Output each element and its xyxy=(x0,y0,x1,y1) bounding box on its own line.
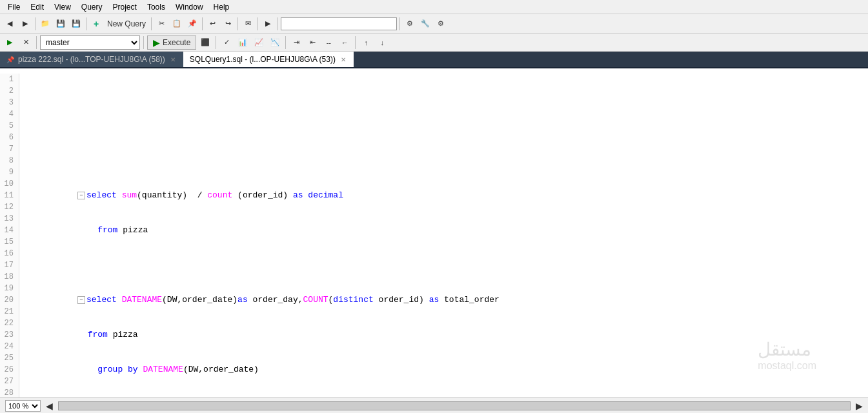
undo-btn[interactable]: ↩ xyxy=(205,17,219,31)
disconnect-btn[interactable]: ✕ xyxy=(19,35,33,50)
sep7 xyxy=(278,17,278,30)
forward-btn[interactable]: ▶ xyxy=(18,17,32,31)
menu-file[interactable]: File xyxy=(3,1,25,13)
uncomment-btn[interactable]: ← xyxy=(338,35,352,50)
tab-pizza-label: pizza 222.sql - (lo...TOP-UEHJU8G\A (58)… xyxy=(18,55,165,64)
line-5 xyxy=(25,248,868,259)
collapse-3[interactable]: − xyxy=(77,192,85,199)
status-bar: 100 % 100 % ◀ ▶ xyxy=(0,398,868,413)
scrollbar-left[interactable]: ◀ xyxy=(46,401,53,411)
sep11 xyxy=(216,36,216,49)
line-8: group by DATENAME(DW,order_date) xyxy=(25,352,868,364)
save-btn[interactable]: 💾 xyxy=(54,17,68,31)
properties-btn[interactable]: ⚙ xyxy=(403,17,417,31)
menu-tools[interactable]: Tools xyxy=(142,1,170,13)
back-btn[interactable]: ◀ xyxy=(3,17,17,31)
copy-btn[interactable]: 📋 xyxy=(170,17,184,31)
actual-plan-btn[interactable]: 📈 xyxy=(252,35,266,50)
execute-play-icon: ▶ xyxy=(153,37,160,48)
line-2 xyxy=(25,143,868,155)
paste-btn[interactable]: 📌 xyxy=(185,17,199,31)
run-btn[interactable]: ▶ xyxy=(261,17,275,31)
new-query-icon-btn[interactable]: + xyxy=(89,17,103,31)
menu-view[interactable]: View xyxy=(49,1,76,13)
sep4 xyxy=(202,17,203,30)
menu-query[interactable]: Query xyxy=(76,1,108,13)
menu-edit[interactable]: Edit xyxy=(25,1,49,13)
line-3: −select sum(quantity) / count (order_id)… xyxy=(25,178,868,190)
sep12 xyxy=(285,36,286,49)
sep8 xyxy=(399,17,400,30)
client-stats-btn[interactable]: 📉 xyxy=(268,35,282,50)
line-numbers: 1 2 3 4 5 6 7 8 9 10 11 12 13 14 15 16 1… xyxy=(0,74,19,398)
menu-project[interactable]: Project xyxy=(108,1,142,13)
collapse-6[interactable]: − xyxy=(77,296,85,304)
line-4: from pizza xyxy=(25,213,868,225)
indent-btn[interactable]: ⇥ xyxy=(289,35,303,50)
sep3 xyxy=(151,17,152,30)
menu-window[interactable]: Window xyxy=(170,1,208,13)
new-query-btn[interactable]: New Query xyxy=(105,19,148,28)
tab-pizza-close[interactable]: ✕ xyxy=(169,56,177,63)
line-down-btn[interactable]: ↓ xyxy=(375,35,389,50)
parse-btn[interactable]: ✓ xyxy=(219,35,234,50)
open-btn[interactable]: 📁 xyxy=(38,17,52,31)
line-6: −select DATENAME(DW,order_date)as order_… xyxy=(25,283,868,294)
zoom-control: 100 % 100 % xyxy=(5,400,41,412)
connect-btn[interactable]: ▶ xyxy=(3,35,17,50)
options-btn[interactable]: ⚙ xyxy=(434,17,448,31)
sep13 xyxy=(355,36,356,49)
cut-btn[interactable]: ✂ xyxy=(154,17,168,31)
redo-btn[interactable]: ↪ xyxy=(221,17,235,31)
tools-btn[interactable]: 🔧 xyxy=(418,17,432,31)
horizontal-scrollbar[interactable] xyxy=(58,401,851,410)
tab-bar: 📌 pizza 222.sql - (lo...TOP-UEHJU8G\A (5… xyxy=(0,52,868,68)
display-plan-btn[interactable]: 📊 xyxy=(236,35,250,50)
line-9 xyxy=(25,387,868,398)
search-input[interactable] xyxy=(281,17,397,30)
line-up-btn[interactable]: ↑ xyxy=(359,35,373,50)
database-selector[interactable]: master xyxy=(40,35,140,50)
sep1 xyxy=(35,17,35,30)
code-editor[interactable]: 1 2 3 4 5 6 7 8 9 10 11 12 13 14 15 16 1… xyxy=(0,68,868,398)
tab-sqlquery1-close[interactable]: ✕ xyxy=(339,56,347,63)
sep5 xyxy=(237,17,238,30)
menu-bar: File Edit View Query Project Tools Windo… xyxy=(0,0,868,14)
menu-help[interactable]: Help xyxy=(208,1,235,13)
sep2 xyxy=(86,17,86,30)
tab-pin-icon: 📌 xyxy=(6,56,14,63)
stop-btn[interactable]: ⬛ xyxy=(198,35,212,50)
code-content[interactable]: −select sum(quantity) / count (order_id)… xyxy=(25,74,868,398)
save-all-btn[interactable]: 💾 xyxy=(69,17,83,31)
tab-pizza-sql[interactable]: 📌 pizza 222.sql - (lo...TOP-UEHJU8G\A (5… xyxy=(0,52,183,67)
sep9 xyxy=(36,36,37,49)
sep10 xyxy=(143,36,144,49)
zoom-selector[interactable]: 100 % xyxy=(5,400,41,412)
scrollbar-right[interactable]: ▶ xyxy=(856,401,863,411)
line-1 xyxy=(25,108,868,120)
tab-sqlquery1[interactable]: SQLQuery1.sql - (l...OP-UEHJU8G\A (53)) … xyxy=(183,52,354,67)
line-7: from pizza xyxy=(25,317,868,329)
toolbar-query: ▶ ✕ master ▶ Execute ⬛ ✓ 📊 📈 📉 ⇥ ⇤ -- ← … xyxy=(0,34,868,52)
outdent-btn[interactable]: ⇤ xyxy=(305,35,319,50)
comment-btn[interactable]: -- xyxy=(321,35,336,50)
tab-sqlquery1-label: SQLQuery1.sql - (l...OP-UEHJU8G\A (53)) xyxy=(190,55,336,64)
mail-btn[interactable]: ✉ xyxy=(241,17,255,31)
execute-label: Execute xyxy=(163,38,190,47)
execute-button[interactable]: ▶ Execute xyxy=(147,35,196,50)
toolbar-main: ◀ ▶ 📁 💾 💾 + New Query ✂ 📋 📌 ↩ ↪ ✉ ▶ ⚙ 🔧 … xyxy=(0,14,868,34)
sep6 xyxy=(257,17,258,30)
